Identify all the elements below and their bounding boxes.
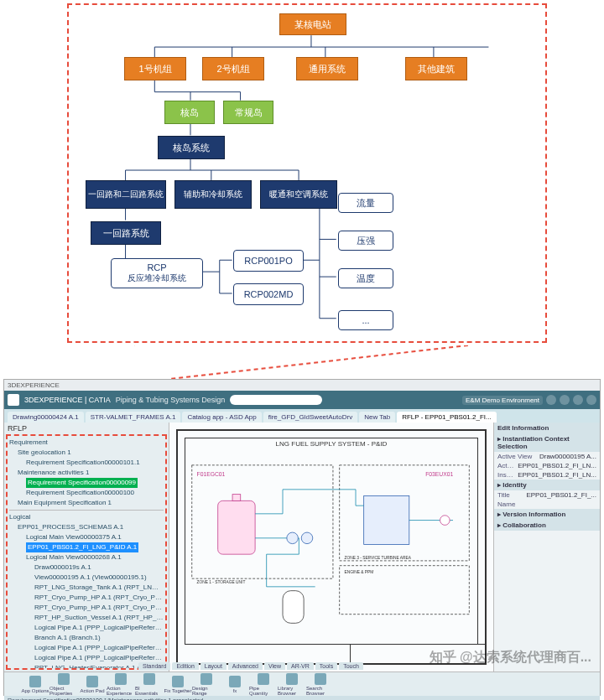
ribbon-tab[interactable]: Layout bbox=[200, 662, 226, 670]
ribbon-command[interactable]: Action Pad bbox=[78, 673, 107, 696]
ribbon-command[interactable]: Design Range bbox=[192, 673, 221, 696]
node-rcp: RCP 反应堆冷却系统 bbox=[111, 258, 203, 288]
ribbon-icon bbox=[286, 673, 298, 685]
ribbon-icon bbox=[143, 673, 155, 685]
document-tab[interactable]: Drawing00000424 A.1 bbox=[8, 412, 84, 423]
ribbon-icon bbox=[86, 676, 98, 687]
user-icon[interactable] bbox=[546, 395, 556, 405]
tree-item[interactable]: Logical Main View00000375 A.1 bbox=[9, 532, 164, 542]
ribbon-icon bbox=[172, 676, 184, 687]
svg-line-30 bbox=[170, 345, 468, 379]
node-param-more: ... bbox=[338, 310, 393, 330]
node-unit2: 2号机组 bbox=[202, 57, 264, 80]
inspector-row: Name bbox=[494, 500, 600, 509]
tree-item[interactable]: Site geolocation 1 bbox=[9, 448, 164, 458]
svg-rect-38 bbox=[364, 496, 409, 545]
tree-item[interactable]: RPT_HP_Suction_Vessel A.1 (RPT_HP_Suctio… bbox=[9, 613, 164, 623]
document-tab[interactable]: New Tab bbox=[359, 412, 395, 423]
document-tab[interactable]: Catalog app - ASD App bbox=[182, 412, 261, 423]
environment-chip[interactable]: E&M Demo Environment bbox=[462, 396, 543, 405]
inspector-row: Instantiation Sy...EPP01_PBS01.2_FI_LN..… bbox=[494, 470, 600, 480]
node-other: 其他建筑 bbox=[405, 57, 467, 80]
plus-icon[interactable] bbox=[560, 395, 570, 405]
inspector-row: Active ViewDraw00000195 A... bbox=[494, 452, 600, 461]
tree-item[interactable]: Branch A.1 (Branch.1) bbox=[9, 633, 164, 643]
tree-item[interactable]: Requirement bbox=[9, 438, 164, 448]
node-root: 某核电站 bbox=[279, 13, 346, 35]
tree-item[interactable]: EPP01_PBS01.2_FI_LNG_P&ID A.1 bbox=[9, 542, 164, 552]
tree-item[interactable]: Logical Main View00000268 A.1 bbox=[9, 552, 164, 563]
tree-item[interactable]: Draw0000019s A.1 bbox=[9, 563, 164, 573]
ribbon-command[interactable]: App Options bbox=[21, 673, 49, 696]
ribbon-tab[interactable]: Standard bbox=[138, 662, 170, 670]
tree-item[interactable]: EPP01_PROCESS_SCHEMAS A.1 bbox=[9, 522, 164, 532]
search-input[interactable] bbox=[230, 395, 322, 405]
ribbon-command[interactable]: Search Browser bbox=[306, 673, 335, 696]
document-tab[interactable]: RFLP - EPP01_PBS01.2_FI... bbox=[397, 412, 497, 423]
node-nuclear-systems: 核岛系统 bbox=[158, 136, 225, 159]
ribbon-tab[interactable]: AR-VR bbox=[287, 662, 314, 670]
svg-point-39 bbox=[440, 516, 450, 526]
tree-item[interactable]: Requirement Specification00000100 bbox=[9, 488, 164, 498]
ribbon-command[interactable]: fx bbox=[221, 673, 249, 696]
drawing-frame: LNG FUEL SUPPLY SYSTEM - P&ID bbox=[176, 429, 487, 665]
tree-item[interactable]: Logical Pipe A.1 (PPP_LogicalPipeReferen… bbox=[9, 643, 164, 653]
document-tab[interactable]: fire_GFD_GldSweetAutoDrv bbox=[263, 412, 357, 423]
inspector-header: Edit Information bbox=[494, 423, 600, 433]
inspector-section[interactable]: ▸ Version Information bbox=[494, 509, 600, 520]
hierarchy-diagram-frame: 某核电站 1号机组 2号机组 通用系统 其他建筑 核岛 常规岛 核岛系统 一回路… bbox=[67, 3, 547, 343]
app-window: 3DEXPERIENCE 3DEXPERIENCE | CATIA Piping… bbox=[3, 379, 601, 696]
tree-item[interactable]: RPT_Cryo_Pump_HP A.1 (RPT_Cryo_Pump_HP.1… bbox=[9, 593, 164, 603]
ribbon-tab[interactable]: Advanced bbox=[228, 662, 263, 670]
window-title: 3DEXPERIENCE bbox=[8, 381, 60, 389]
rflp-tree[interactable]: RequirementSite geolocation 1Requirement… bbox=[9, 438, 164, 670]
ribbon-command[interactable]: Fix Together bbox=[164, 673, 192, 696]
ribbon-icon bbox=[115, 673, 127, 685]
node-common: 通用系统 bbox=[296, 57, 358, 80]
ribbon-command[interactable]: Pipe Quantity bbox=[249, 673, 278, 696]
ribbon-icon bbox=[29, 676, 41, 687]
document-tab[interactable]: STR-VALMET_FRAMES A.1 bbox=[86, 412, 181, 423]
drawing-titleblock bbox=[350, 644, 485, 663]
tree-item[interactable]: Logical bbox=[9, 512, 164, 522]
svg-text:ZONE 3 - SERVICE TURBINE AREA: ZONE 3 - SERVICE TURBINE AREA bbox=[344, 556, 411, 560]
window-titlebar: 3DEXPERIENCE bbox=[4, 380, 600, 391]
brand-label: 3DEXPERIENCE | CATIA bbox=[24, 396, 111, 404]
tree-item[interactable]: Maintenance activities 1 bbox=[9, 468, 164, 478]
ribbon-icon bbox=[229, 676, 241, 687]
node-unit1: 1号机组 bbox=[124, 57, 186, 80]
tree-item[interactable]: Requirement Specification00000099 bbox=[9, 478, 164, 488]
tree-item[interactable]: RPT_Cryo_Pump_HP A.1 (RPT_Cryo_Pump_HP.2… bbox=[9, 603, 164, 613]
inspector-section[interactable]: ▸ Instantiation Context Selection bbox=[494, 433, 600, 452]
tree-item[interactable]: Main Equipment Specification 1 bbox=[9, 498, 164, 508]
drawing-canvas[interactable]: LNG FUEL SUPPLY SYSTEM - P&ID bbox=[169, 423, 493, 671]
tree-item[interactable]: Logical Pipe A.1 (PPP_LogicalPipeReferen… bbox=[9, 623, 164, 633]
tree-item[interactable]: View00000195 A.1 (View00000195.1) bbox=[9, 573, 164, 583]
svg-rect-35 bbox=[232, 495, 241, 501]
ribbon-tab[interactable]: View bbox=[264, 662, 285, 670]
tree-item[interactable]: Requirement Specification00000101.1 bbox=[9, 458, 164, 468]
node-rcp002md: RCP002MD bbox=[233, 283, 304, 305]
svg-point-36 bbox=[287, 532, 299, 544]
ribbon-tab[interactable]: Touch bbox=[339, 662, 363, 670]
inspector-section[interactable]: ▸ Collaboration bbox=[494, 520, 600, 531]
tree-item[interactable]: RPT_LNG_Storage_Tank A.1 (RPT_LNG_Storag… bbox=[9, 583, 164, 593]
svg-rect-34 bbox=[218, 500, 255, 554]
share-icon[interactable] bbox=[573, 395, 583, 405]
ribbon-command[interactable]: Library Browser bbox=[278, 673, 306, 696]
drawing-title: LNG FUEL SUPPLY SYSTEM - P&ID bbox=[185, 440, 477, 448]
inspector-section[interactable]: ▸ Identity bbox=[494, 480, 600, 490]
ribbon-command[interactable]: BI Essentials bbox=[135, 673, 164, 696]
svg-text:F01EGC01: F01EGC01 bbox=[197, 471, 226, 477]
tree-panel: RFLP RequirementSite geolocation 1Requir… bbox=[4, 423, 169, 671]
ribbon-command[interactable]: Action Experience bbox=[107, 673, 135, 696]
svg-text:ZONE 1 - STORAGE UNIT: ZONE 1 - STORAGE UNIT bbox=[197, 580, 246, 584]
ribbon-tab-strip: StandardEditionLayoutAdvancedViewAR-VRTo… bbox=[138, 662, 363, 670]
ribbon-tab[interactable]: Tools bbox=[315, 662, 337, 670]
node-nuclear-island: 核岛 bbox=[164, 101, 215, 124]
ribbon-command[interactable]: Object Properties bbox=[49, 673, 78, 696]
node-primary-secondary: 一回路和二回路系统 bbox=[86, 180, 166, 209]
ds-logo-icon[interactable] bbox=[8, 394, 19, 406]
ribbon-tab[interactable]: Edition bbox=[172, 662, 198, 670]
help-icon[interactable] bbox=[586, 395, 596, 405]
